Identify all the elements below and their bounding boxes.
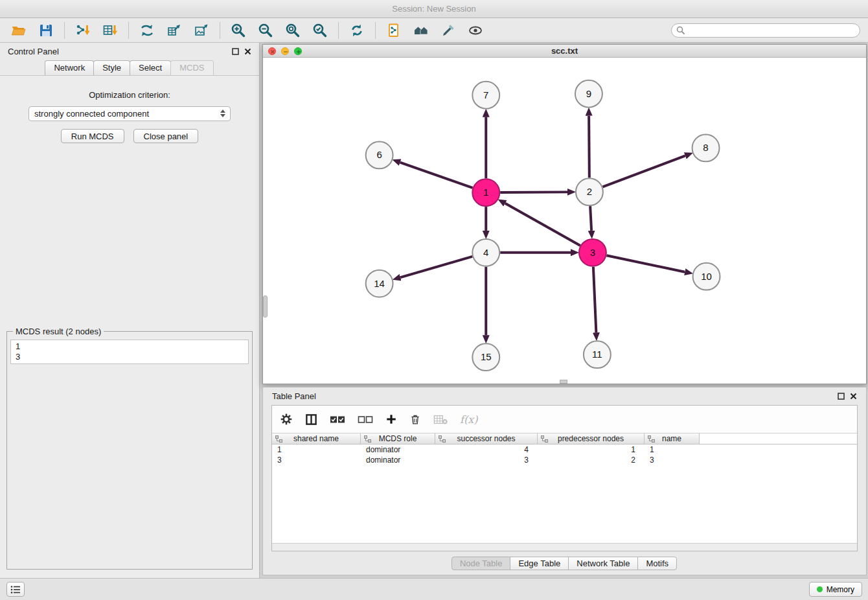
graph-node-1[interactable]: 1	[472, 179, 499, 206]
graph-edge-2-8[interactable]	[602, 156, 685, 187]
control-panel-title: Control Panel	[8, 47, 59, 56]
table-toolbar: f(x)	[272, 406, 857, 433]
export-image-button[interactable]	[188, 20, 215, 41]
graph-edge-2-9[interactable]	[589, 116, 589, 178]
network-document-icon	[386, 23, 402, 38]
toolbar-separator	[338, 22, 339, 39]
table-cell-shared-name: 1	[272, 444, 361, 455]
network-document-button[interactable]	[380, 20, 407, 41]
graph-edge-1-2[interactable]	[500, 192, 567, 192]
mcds-result-list[interactable]: 13	[10, 340, 249, 364]
mcds-result-group: MCDS result (2 nodes) 13	[6, 327, 253, 570]
run-mcds-button[interactable]: Run MCDS	[61, 129, 124, 143]
graph-node-6[interactable]: 6	[366, 141, 393, 168]
select-all-button[interactable]	[330, 415, 345, 424]
table-cell-mcds-role: dominator	[361, 455, 435, 465]
close-panel-icon[interactable]	[244, 48, 251, 55]
network-window-titlebar[interactable]: scc.txt	[263, 45, 866, 58]
tab-network[interactable]: Network	[45, 60, 94, 75]
search-field	[671, 23, 860, 38]
float-panel-icon[interactable]	[232, 48, 239, 55]
search-input[interactable]	[671, 23, 860, 38]
add-column-button[interactable]	[385, 413, 397, 425]
zoom-in-button[interactable]	[225, 20, 252, 41]
table-panel-title: Table Panel	[272, 391, 316, 401]
tab-style[interactable]: Style	[93, 60, 130, 75]
tab-mcds[interactable]: MCDS	[170, 60, 213, 75]
graph-node-8[interactable]: 8	[692, 135, 720, 162]
graph-edge-4-14[interactable]	[400, 257, 472, 277]
graph-node-11[interactable]: 11	[584, 341, 611, 368]
zoom-selected-button[interactable]	[306, 20, 334, 41]
graph-node-4[interactable]: 4	[472, 239, 499, 266]
svg-text:9: 9	[586, 88, 591, 99]
zoom-traffic-light[interactable]	[294, 47, 302, 55]
show-columns-button[interactable]	[305, 413, 317, 426]
zoom-out-button[interactable]	[252, 20, 279, 41]
graphics-details-button[interactable]	[462, 20, 489, 41]
column-tree-icon	[275, 435, 282, 443]
column-header-predecessor-nodes[interactable]: predecessor nodes	[538, 433, 645, 444]
svg-text:15: 15	[481, 351, 492, 362]
column-header-name[interactable]: name	[645, 433, 700, 444]
table-row[interactable]: 3dominator323	[272, 455, 857, 465]
column-header-mcds-role[interactable]: MCDS role	[361, 433, 435, 444]
workspace: Control Panel NetworkStyleSelectMCDS Opt…	[0, 43, 868, 578]
task-history-button[interactable]	[6, 582, 25, 597]
refresh-layout-button[interactable]	[343, 20, 371, 41]
graph-edge-2-3[interactable]	[590, 206, 591, 231]
graph-edge-3-1[interactable]	[505, 203, 580, 246]
memory-button[interactable]: Memory	[809, 582, 862, 597]
tab-motifs[interactable]: Motifs	[637, 557, 677, 570]
column-header-shared-name[interactable]: shared name	[272, 433, 361, 444]
import-table-button[interactable]	[97, 20, 124, 41]
export-network-icon	[139, 23, 155, 38]
function-builder-button[interactable]: f(x)	[460, 413, 477, 426]
graph-node-9[interactable]: 9	[575, 80, 602, 108]
deselect-all-button[interactable]	[358, 415, 373, 424]
graph-node-14[interactable]: 14	[366, 270, 393, 297]
table-row[interactable]: 1dominator411	[272, 444, 857, 455]
close-panel-button[interactable]: Close panel	[133, 129, 199, 143]
delete-table-button[interactable]	[433, 415, 448, 424]
export-table-button[interactable]	[161, 20, 188, 41]
first-neighbors-button[interactable]	[407, 20, 435, 41]
graph-node-2[interactable]: 2	[576, 178, 603, 205]
network-graph[interactable]: 7968124314101511	[263, 58, 866, 384]
graph-node-10[interactable]: 10	[693, 263, 720, 290]
export-image-icon	[194, 23, 209, 38]
save-session-button[interactable]	[32, 20, 60, 41]
table-horizontal-scrollbar[interactable]	[272, 543, 857, 551]
zoom-fit-button[interactable]	[279, 20, 306, 41]
graph-node-7[interactable]: 7	[472, 82, 499, 109]
graph-edge-1-6[interactable]	[400, 163, 473, 188]
import-network-button[interactable]	[69, 20, 97, 41]
criterion-select[interactable]: strongly connected component	[29, 106, 231, 121]
network-canvas[interactable]: 7968124314101511	[263, 58, 866, 384]
annotation-brush-button[interactable]	[435, 20, 462, 41]
export-network-button[interactable]	[133, 20, 161, 41]
vertical-scrollbar-thumb[interactable]	[263, 295, 268, 317]
graph-edge-3-10[interactable]	[606, 255, 685, 271]
float-table-panel-icon[interactable]	[838, 393, 845, 400]
tab-node-table[interactable]: Node Table	[451, 557, 511, 570]
minimize-traffic-light[interactable]	[281, 47, 289, 55]
tab-network-table[interactable]: Network Table	[568, 557, 638, 570]
graph-edge-3-11[interactable]	[593, 267, 596, 333]
eye-icon	[468, 23, 483, 38]
horizontal-scrollbar-thumb[interactable]	[560, 380, 567, 384]
tab-select[interactable]: Select	[130, 60, 171, 75]
close-traffic-light[interactable]	[268, 47, 276, 55]
column-header-successor-nodes[interactable]: successor nodes	[435, 433, 538, 444]
mcds-result-title: MCDS result (2 nodes)	[13, 327, 104, 336]
tab-edge-table[interactable]: Edge Table	[510, 557, 569, 570]
import-network-icon	[75, 23, 91, 38]
select-all-icon	[330, 415, 345, 424]
graph-node-3[interactable]: 3	[579, 239, 606, 266]
svg-text:7: 7	[483, 89, 488, 100]
table-settings-button[interactable]	[280, 413, 293, 426]
close-table-panel-icon[interactable]	[850, 393, 857, 400]
open-session-button[interactable]	[5, 20, 32, 41]
graph-node-15[interactable]: 15	[472, 343, 499, 371]
delete-column-button[interactable]	[409, 413, 421, 426]
